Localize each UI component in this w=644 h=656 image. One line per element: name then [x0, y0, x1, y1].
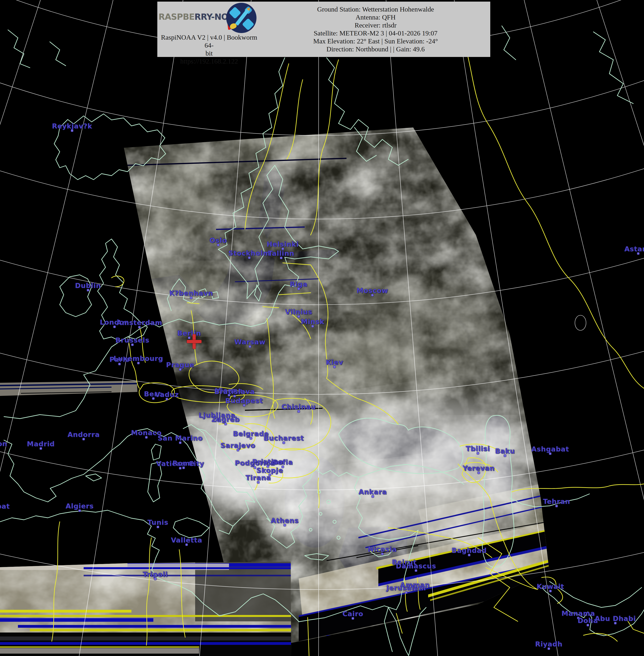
city-label-rome: Rome: [172, 459, 195, 467]
city-label-jerusalem: Jerusalem: [386, 584, 426, 592]
city-label-abu-dhabi: Abu Dhabi: [595, 615, 636, 623]
city-dot: [114, 326, 116, 328]
city-label-ashgabat: Ashgabat: [531, 445, 569, 453]
city-label-luxembourg: Luxembourg: [114, 355, 163, 362]
city-dot: [83, 438, 85, 440]
city-label-helsinki: Helsinki: [267, 240, 299, 248]
city-label-tehran: Tehran: [543, 497, 570, 505]
city-label-cairo: Cairo: [343, 610, 363, 618]
city-label-baghdad: Baghdad: [452, 546, 487, 555]
city-dot: [298, 315, 300, 318]
city-label-kuwait: Kuwait: [537, 583, 564, 590]
city-label-bucharest: Bucharest: [263, 434, 304, 442]
city-label-kiev: Kiev: [326, 358, 343, 366]
city-dot: [225, 423, 227, 425]
city-dot: [137, 362, 140, 364]
city-label-andorra: Andorra: [68, 431, 100, 438]
city-dot: [249, 345, 251, 348]
city-dot: [40, 448, 42, 450]
city-label-moscow: Moscow: [356, 287, 388, 295]
elevation-line: Max Elevation: 22° East | Sun Elevation:…: [261, 37, 490, 45]
city-label-tripoli: Tripoli: [143, 570, 168, 578]
city-dot: [312, 325, 314, 327]
city-dot: [372, 496, 374, 498]
city-dot: [283, 442, 285, 444]
city-label-astana: Astana: [624, 245, 644, 253]
city-label-brussels: Brussels: [115, 336, 150, 344]
direction-gain-line: Direction: Northbound | | Gain: 49.6: [261, 45, 490, 53]
city-dot: [132, 344, 134, 346]
city-label-algiers: Algiers: [66, 502, 94, 510]
city-label-zagreb: Zagreb: [211, 415, 240, 423]
city-dot: [157, 526, 159, 528]
city-label-budapest: Budapest: [225, 397, 263, 405]
city-label-stockholm: Stockholm: [228, 249, 271, 257]
city-dot: [556, 505, 558, 507]
city-dot: [190, 297, 192, 299]
city-dot: [298, 288, 300, 290]
city-dot: [138, 326, 141, 329]
city-dot: [183, 467, 185, 469]
header-left-column: RASPBERRY-NOAA V2 RaspiNOAA V2 | v4.0 | …: [157, 2, 261, 57]
city-dot: [548, 648, 550, 650]
city-dot: [179, 467, 181, 469]
city-label-bratislava: Bratislava: [214, 388, 255, 395]
receiver-line: Receiver: rtlsdr: [261, 21, 490, 29]
city-dot: [549, 590, 552, 592]
city-label-san-marino: San Marino: [158, 434, 203, 442]
city-dot: [217, 244, 220, 246]
system-version-line1: RaspiNOAA V2 | v4.0 | Bookworm 64-: [157, 33, 261, 49]
city-label-manama: Manama: [561, 609, 595, 617]
city-label-sofia: Sofia: [273, 458, 293, 466]
city-label-oslo: Oslo: [209, 236, 227, 244]
city-dot: [250, 437, 252, 439]
city-dot: [504, 455, 506, 457]
city-dot: [284, 524, 286, 526]
city-dot: [248, 257, 251, 259]
city-dot: [334, 366, 336, 368]
city-dot: [587, 624, 589, 626]
header-info-box: RASPBERRY-NOAA V2 RaspiNOAA V2 | v4.0 | …: [157, 2, 490, 57]
city-label-madrid: Madrid: [27, 440, 55, 448]
city-label-warsaw: Warsaw: [234, 338, 266, 346]
city-dot: [477, 452, 479, 454]
city-label-ankara: Ankara: [359, 488, 387, 496]
city-dot: [186, 544, 188, 546]
city-dot: [179, 442, 181, 444]
ground-station-line: Ground Station: Wetterstation Hohenwalde: [261, 5, 490, 13]
city-label-minsk: Minsk: [301, 318, 324, 325]
ground-station-cross: [187, 334, 202, 349]
city-dot: [549, 453, 551, 455]
city-dot: [71, 130, 73, 132]
city-dot: [257, 481, 259, 483]
city-label-nicosia: Nicosia: [368, 545, 397, 553]
city-label-vaduz: Vaduz: [155, 390, 179, 399]
city-dot: [154, 578, 157, 580]
city-label-on: on: [0, 440, 7, 448]
raspinoaa-capture-page: Reykjav?kOsloStockholmHelsinkiTallinnRig…: [0, 0, 644, 656]
city-label-amsterdam: Amsterdam: [116, 319, 162, 326]
city-label-valletta: Valletta: [171, 536, 202, 544]
header-right-column: Ground Station: Wetterstation Hohenwalde…: [261, 2, 490, 57]
city-dot: [478, 472, 480, 474]
city-dot: [637, 252, 639, 255]
city-label-chisinau: Chisinau: [281, 403, 316, 411]
city-label-sarajevo: Sarajevo: [221, 442, 255, 450]
satellite-logo-icon: [226, 3, 256, 33]
city-dot: [166, 398, 168, 400]
city-dot: [468, 554, 470, 556]
system-version-line2: bit: [157, 49, 261, 58]
city-dot: [118, 363, 121, 365]
city-dot: [415, 570, 417, 572]
city-label-baku: Baku: [495, 447, 515, 455]
city-label-yerevan: Yerevan: [463, 464, 495, 472]
city-dot: [87, 289, 89, 291]
city-label-vilnius: Vilnius: [285, 308, 312, 316]
city-label-athens: Athens: [271, 517, 299, 524]
city-label-tunis: Tunis: [147, 518, 168, 526]
city-label-skopje: Skopje: [256, 467, 283, 474]
city-dot: [179, 368, 181, 370]
city-label-bat: bat: [0, 502, 10, 510]
city-label-prague: Prague: [166, 361, 194, 369]
city-label-damascus: Damascus: [396, 562, 436, 570]
